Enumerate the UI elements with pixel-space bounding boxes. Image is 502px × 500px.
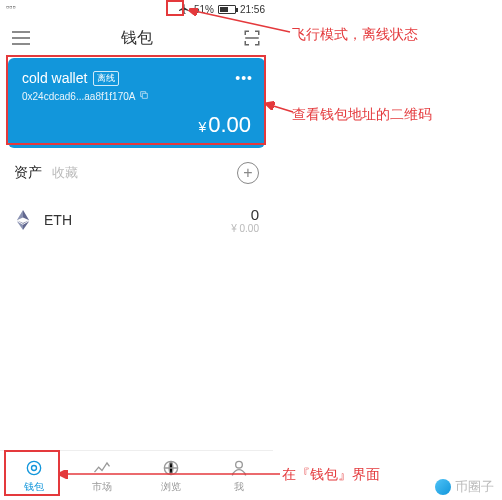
arrow-tab (58, 466, 282, 480)
svg-point-1 (32, 465, 37, 470)
tab-label: 市场 (92, 480, 112, 494)
offline-badge: 离线 (93, 71, 119, 86)
asset-amount: 0 (231, 206, 259, 223)
tab-assets[interactable]: 资产 (14, 164, 42, 182)
eth-icon (14, 211, 32, 229)
wallet-more-button[interactable]: ••• (235, 70, 253, 86)
tab-label: 浏览 (161, 480, 181, 494)
watermark: 币圈子 (435, 478, 494, 496)
watermark-icon (435, 479, 451, 495)
asset-row[interactable]: ETH 0 ¥ 0.00 (0, 192, 273, 248)
watermark-text: 币圈子 (455, 478, 494, 496)
phone-screen: ▫▫▫ 51% 21:56 钱包 cold wallet 离线 ••• 0x24… (0, 0, 273, 500)
asset-symbol: ETH (44, 212, 72, 228)
annotation-qr: 查看钱包地址的二维码 (292, 106, 432, 124)
carrier-indicators: ▫▫▫ (6, 2, 16, 12)
assets-header: 资产 收藏 + (0, 148, 273, 192)
wallet-name: cold wallet (22, 70, 87, 86)
arrow-airplane (182, 8, 292, 34)
tab-label: 钱包 (24, 480, 44, 494)
annotation-wallet-tab: 在『钱包』界面 (282, 466, 380, 484)
page-title: 钱包 (121, 28, 153, 49)
add-asset-button[interactable]: + (237, 162, 259, 184)
menu-button[interactable] (12, 31, 30, 45)
wallet-card[interactable]: cold wallet 离线 ••• 0x24cdcad6...aa8f1f17… (8, 58, 265, 148)
arrow-card (265, 100, 295, 116)
wallet-tab-icon (24, 458, 44, 478)
hamburger-icon (12, 31, 30, 45)
asset-fiat: ¥ 0.00 (231, 223, 259, 234)
svg-point-0 (27, 461, 40, 474)
plus-icon: + (243, 165, 252, 181)
wallet-address: 0x24cdcad6...aa8f1f170A (22, 91, 135, 102)
annotation-airplane: 飞行模式，离线状态 (292, 26, 418, 44)
copy-icon[interactable] (139, 90, 149, 102)
tab-collectibles[interactable]: 收藏 (52, 164, 78, 182)
wallet-balance: ¥0.00 (22, 112, 251, 138)
tab-label: 我 (234, 480, 244, 494)
